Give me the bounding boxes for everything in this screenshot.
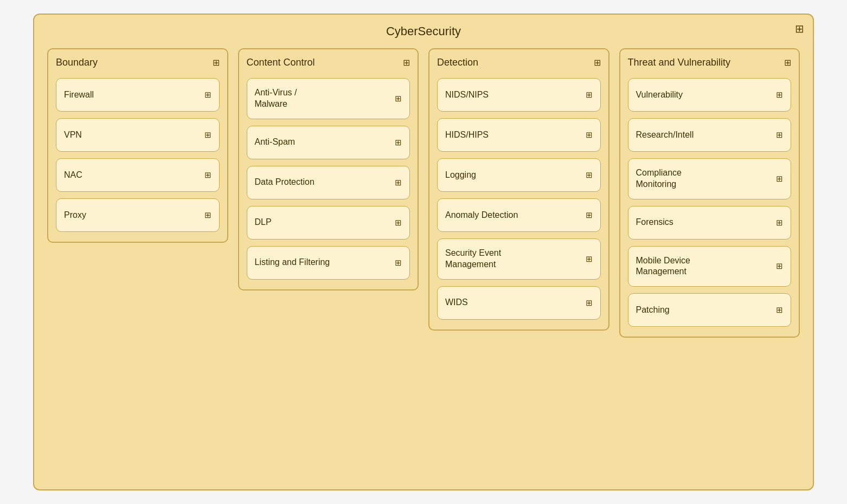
- cybersecurity-diagram: ⊞ CyberSecurity Boundary⊞Firewall⊞VPN⊞NA…: [33, 14, 814, 490]
- card-label-vpn: VPN: [64, 130, 82, 141]
- card-anti-spam[interactable]: Anti-Spam⊞: [247, 126, 410, 159]
- card-icon-nac: ⊞: [204, 170, 211, 180]
- column-header-threat-vulnerability: Threat and Vulnerability⊞: [628, 57, 792, 70]
- card-icon-anomaly-detection: ⊞: [586, 210, 593, 220]
- card-compliance-monitoring[interactable]: Compliance Monitoring⊞: [628, 158, 792, 199]
- card-label-anti-spam: Anti-Spam: [255, 137, 296, 148]
- card-label-listing-filtering: Listing and Filtering: [255, 257, 330, 268]
- card-icon-anti-virus: ⊞: [395, 94, 402, 104]
- column-header-boundary: Boundary⊞: [56, 57, 220, 70]
- card-wids[interactable]: WIDS⊞: [437, 286, 601, 320]
- card-icon-security-event: ⊞: [586, 254, 593, 264]
- card-icon-proxy: ⊞: [204, 210, 211, 220]
- card-label-anomaly-detection: Anomaly Detection: [445, 210, 518, 221]
- card-vpn[interactable]: VPN⊞: [56, 118, 220, 152]
- card-icon-logging: ⊞: [586, 170, 593, 180]
- column-header-icon-boundary: ⊞: [213, 57, 220, 68]
- column-header-icon-detection: ⊞: [594, 57, 601, 68]
- card-mobile-device[interactable]: Mobile Device Management⊞: [628, 246, 792, 287]
- column-header-content-control: Content Control⊞: [247, 57, 410, 70]
- card-security-event[interactable]: Security Event Management⊞: [437, 238, 601, 280]
- columns-container: Boundary⊞Firewall⊞VPN⊞NAC⊞Proxy⊞Content …: [47, 48, 800, 338]
- column-header-label-content-control: Content Control: [247, 57, 315, 68]
- card-listing-filtering[interactable]: Listing and Filtering⊞: [247, 246, 410, 280]
- diagram-title: CyberSecurity: [47, 24, 800, 38]
- card-label-proxy: Proxy: [64, 210, 86, 221]
- card-label-compliance-monitoring: Compliance Monitoring: [636, 167, 682, 190]
- card-label-patching: Patching: [636, 305, 670, 316]
- card-hids-hips[interactable]: HIDS/HIPS⊞: [437, 118, 601, 152]
- card-label-nac: NAC: [64, 170, 82, 181]
- card-icon-listing-filtering: ⊞: [395, 258, 402, 268]
- card-icon-vulnerability: ⊞: [776, 90, 783, 100]
- card-icon-patching: ⊞: [776, 305, 783, 315]
- card-label-mobile-device: Mobile Device Management: [636, 255, 690, 278]
- card-icon-dlp: ⊞: [395, 218, 402, 228]
- column-content-control: Content Control⊞Anti-Virus / Malware⊞Ant…: [238, 48, 419, 290]
- card-nids-nips[interactable]: NIDS/NIPS⊞: [437, 78, 601, 112]
- card-forensics[interactable]: Forensics⊞: [628, 206, 792, 240]
- card-label-logging: Logging: [445, 170, 476, 181]
- card-icon-mobile-device: ⊞: [776, 261, 783, 271]
- card-icon-forensics: ⊞: [776, 218, 783, 228]
- column-boundary: Boundary⊞Firewall⊞VPN⊞NAC⊞Proxy⊞: [47, 48, 228, 243]
- card-label-dlp: DLP: [255, 217, 272, 228]
- card-label-vulnerability: Vulnerability: [636, 89, 683, 101]
- card-label-wids: WIDS: [445, 297, 468, 308]
- column-header-icon-content-control: ⊞: [403, 57, 410, 68]
- card-firewall[interactable]: Firewall⊞: [56, 78, 220, 112]
- column-threat-vulnerability: Threat and Vulnerability⊞Vulnerability⊞R…: [619, 48, 800, 338]
- card-label-research-intell: Research/Intell: [636, 130, 694, 141]
- card-anomaly-detection[interactable]: Anomaly Detection⊞: [437, 198, 601, 232]
- card-dlp[interactable]: DLP⊞: [247, 206, 410, 240]
- card-label-forensics: Forensics: [636, 217, 673, 228]
- card-icon-data-protection: ⊞: [395, 178, 402, 188]
- card-icon-nids-nips: ⊞: [586, 90, 593, 100]
- card-icon-hids-hips: ⊞: [586, 130, 593, 140]
- card-icon-wids: ⊞: [586, 298, 593, 308]
- card-icon-vpn: ⊞: [204, 130, 211, 140]
- card-logging[interactable]: Logging⊞: [437, 158, 601, 192]
- card-label-hids-hips: HIDS/HIPS: [445, 130, 489, 141]
- card-vulnerability[interactable]: Vulnerability⊞: [628, 78, 792, 112]
- card-label-anti-virus: Anti-Virus / Malware: [255, 87, 297, 110]
- outer-grid-icon: ⊞: [795, 22, 804, 35]
- column-header-detection: Detection⊞: [437, 57, 601, 70]
- card-icon-anti-spam: ⊞: [395, 138, 402, 147]
- card-label-data-protection: Data Protection: [255, 177, 315, 188]
- card-proxy[interactable]: Proxy⊞: [56, 198, 220, 232]
- card-label-security-event: Security Event Management: [445, 248, 501, 270]
- column-detection: Detection⊞NIDS/NIPS⊞HIDS/HIPS⊞Logging⊞An…: [428, 48, 609, 331]
- card-patching[interactable]: Patching⊞: [628, 293, 792, 327]
- column-header-label-detection: Detection: [437, 57, 478, 68]
- column-header-label-boundary: Boundary: [56, 57, 98, 68]
- card-anti-virus[interactable]: Anti-Virus / Malware⊞: [247, 78, 410, 119]
- card-data-protection[interactable]: Data Protection⊞: [247, 166, 410, 199]
- card-label-firewall: Firewall: [64, 89, 94, 101]
- card-icon-research-intell: ⊞: [776, 130, 783, 140]
- card-research-intell[interactable]: Research/Intell⊞: [628, 118, 792, 152]
- card-icon-compliance-monitoring: ⊞: [776, 174, 783, 184]
- card-nac[interactable]: NAC⊞: [56, 158, 220, 192]
- card-label-nids-nips: NIDS/NIPS: [445, 89, 489, 101]
- card-icon-firewall: ⊞: [204, 90, 211, 100]
- column-header-label-threat-vulnerability: Threat and Vulnerability: [628, 57, 730, 68]
- column-header-icon-threat-vulnerability: ⊞: [784, 57, 791, 68]
